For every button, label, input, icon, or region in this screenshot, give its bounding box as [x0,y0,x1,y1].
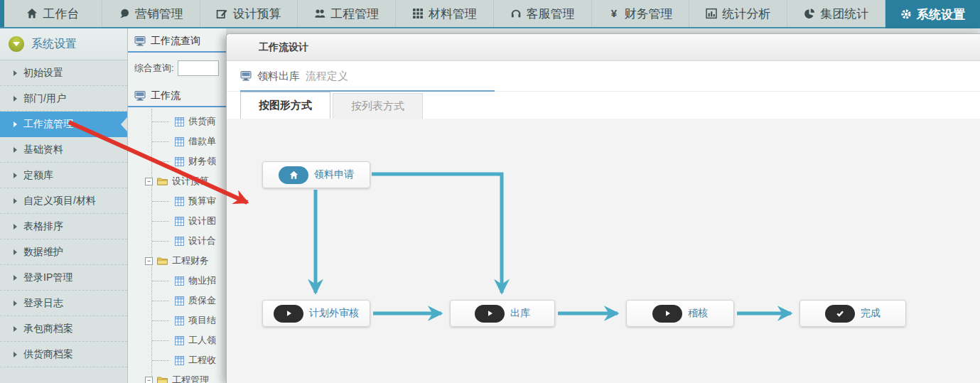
tab-list-view[interactable]: 按列表方式 [333,93,423,119]
sidebar-item-contractor-archive[interactable]: 承包商档案 [0,316,127,342]
nav-item-workbench[interactable]: 工作台 [4,0,102,27]
play-icon [274,305,303,323]
caret-right-icon [14,70,17,76]
monitor-icon [240,71,252,81]
view-tabs: 按图形方式 按列表方式 [227,92,980,119]
table-icon [175,197,184,206]
caret-right-icon [14,96,17,102]
yen-icon [608,8,620,19]
table-icon [175,336,184,345]
tree-item[interactable]: 借款单 [128,131,226,151]
flow-node-outbound[interactable]: 出库 [450,300,555,327]
flow-node-material-request[interactable]: 领料申请 [262,161,370,188]
flow-node-complete[interactable]: 完成 [799,300,906,327]
table-icon [175,296,184,306]
sidebar-item-initial-settings[interactable]: 初始设置 [0,60,127,86]
diagram-canvas[interactable]: 领料申请 计划外审核 出库 稽核 完成 [227,119,980,383]
sidebar-item-quota-library[interactable]: 定额库 [0,163,127,188]
edit-icon [216,8,227,19]
tab-graphic-view[interactable]: 按图形方式 [240,92,330,119]
flow-node-audit[interactable]: 稽核 [626,300,734,327]
bar-chart-icon [706,8,717,19]
home-icon [26,8,38,19]
table-icon [175,276,184,286]
nav-item-materials[interactable]: 材料管理 [396,0,494,27]
tree-item[interactable]: 工人领 [128,330,226,350]
caret-right-icon [14,326,17,332]
folder-icon [157,177,168,185]
sidebar: 系统设置 初始设置 部门/用户 工作流管理 基础资料 定额库 自定义项目/材料 … [0,28,128,383]
caret-right-icon [14,147,17,153]
nav-item-customer-service[interactable]: 客服管理 [494,0,592,27]
tree-item[interactable]: 质保金 [128,291,226,311]
sidebar-accordion-header[interactable]: 系统设置 [0,28,127,60]
sidebar-item-login-ip[interactable]: 登录IP管理 [0,265,127,291]
play-icon [652,305,682,323]
flow-arrows [227,119,980,383]
chevron-down-icon [9,36,24,52]
table-icon [175,137,184,146]
check-icon [825,305,855,323]
sidebar-item-login-log[interactable]: 登录日志 [0,291,127,316]
search-input[interactable] [178,60,219,76]
caret-right-icon [14,224,17,230]
sidebar-item-supplier-archive[interactable]: 供货商档案 [0,342,127,367]
sidebar-item-table-sort[interactable]: 表格排序 [0,214,127,239]
nav-item-finance[interactable]: 财务管理 [592,0,690,27]
table-icon [175,316,184,325]
chat-icon [119,8,130,19]
workflow-tree: 供货商 借款单 财务领 −设计预算 预算审 设计图 设计合 −工程财务 物业招 … [128,112,226,383]
home-icon [279,166,308,184]
caret-right-icon [14,122,17,127]
tree-item[interactable]: 项目结 [128,311,226,330]
table-icon [175,356,184,365]
caret-right-icon [14,275,17,281]
tree-folder[interactable]: −设计预算 [128,171,226,191]
nav-item-group-stats[interactable]: 集团统计 [787,0,885,27]
folder-icon [157,376,168,383]
sidebar-item-basic-data[interactable]: 基础资料 [0,137,127,163]
pie-chart-icon [804,8,815,19]
collapse-icon[interactable]: − [145,257,153,265]
gear-icon [900,9,912,20]
play-icon [475,305,505,323]
search-label: 综合查询: [134,62,174,75]
tree-item[interactable]: 物业招 [128,271,226,291]
tree-folder[interactable]: −工程财务 [128,251,226,271]
panel-title: 工作流设计 [227,34,980,61]
nav-item-design-budget[interactable]: 设计预算 [200,0,298,27]
sidebar-item-dept-users[interactable]: 部门/用户 [0,86,127,112]
sidebar-item-data-maintenance[interactable]: 数据维护 [0,239,127,265]
flow-node-unplanned-review[interactable]: 计划外审核 [262,300,370,327]
workflow-query-panel: 工作流查询 综合查询: 工作流 供货商 借款单 财务领 −设计预算 预算审 设计… [128,28,226,383]
collapse-icon[interactable]: − [145,377,153,383]
tree-item[interactable]: 预算审 [128,191,226,211]
tree-folder[interactable]: −工程管理 [128,370,226,383]
folder-icon [157,257,168,265]
nav-item-engineering[interactable]: 工程管理 [298,0,396,27]
tree-item[interactable]: 供货商 [128,112,226,131]
headset-icon [510,8,522,19]
query-panel-title: 工作流查询 [128,28,226,53]
workflow-design-panel: 工作流设计 领料出库 流程定义 按图形方式 按列表方式 领料申请 [226,33,980,383]
tree-item[interactable]: 工程收 [128,350,226,370]
caret-right-icon [14,173,17,178]
monitor-icon [134,36,146,46]
nav-item-statistics[interactable]: 统计分析 [689,0,787,27]
tree-item[interactable]: 设计图 [128,211,226,231]
collapse-icon[interactable]: − [145,178,153,185]
sidebar-item-custom-items[interactable]: 自定义项目/材料 [0,188,127,214]
flow-name: 领料出库 [257,70,300,83]
nav-item-system-settings[interactable]: 系统设置 [885,0,980,28]
flow-suffix: 流程定义 [306,70,348,83]
tree-item[interactable]: 设计合 [128,231,226,251]
table-icon [175,117,184,126]
sidebar-item-workflow-mgmt[interactable]: 工作流管理 [0,112,127,137]
tree-panel-title: 工作流 [128,83,226,107]
tree-item[interactable]: 财务领 [128,151,226,171]
caret-right-icon [14,301,17,306]
table-icon [175,157,184,166]
users-icon [314,8,325,19]
caret-right-icon [14,249,17,255]
nav-item-marketing[interactable]: 营销管理 [102,0,200,27]
